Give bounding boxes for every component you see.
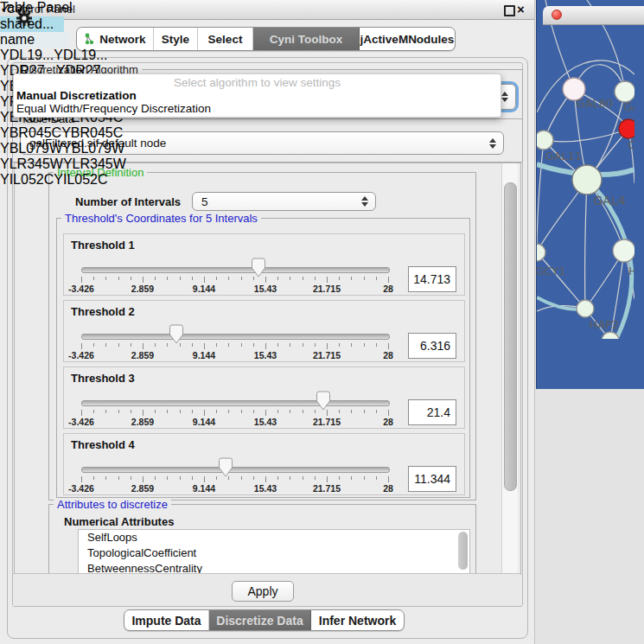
checkbox-icon[interactable]: ✓: [0, 1, 11, 16]
table-row[interactable]: YBR045CYBR045C: [0, 125, 129, 141]
numerical-attributes-list[interactable]: SelfLoopsTopologicalCoefficientBetweenne…: [78, 529, 470, 574]
threshold-panel: Threshold 3-3.4262.8599.14415.4321.71528…: [63, 367, 465, 429]
slider-tick: [364, 410, 365, 413]
network-node-hap2[interactable]: [577, 300, 594, 317]
tab-cyni-toolbox[interactable]: Cyni Toolbox: [253, 28, 360, 50]
attribute-list-item[interactable]: TopologicalCoefficient: [79, 545, 469, 561]
slider-tick: [81, 277, 82, 283]
slider-tick: [364, 343, 365, 347]
tab-impute-data[interactable]: Impute Data: [124, 610, 209, 630]
attribute-list-item[interactable]: BetweennessCentrality: [79, 561, 469, 574]
slider-tick: [253, 343, 254, 347]
table-row[interactable]: YLR345WYLR345W: [0, 156, 129, 172]
slider-tick: [105, 410, 106, 413]
slider-thumb[interactable]: [219, 457, 233, 477]
slider-tick: [241, 410, 242, 413]
slider-tick: [105, 277, 106, 280]
algorithm-dropdown-popup: Select algorithm to view settings Manual…: [13, 73, 501, 118]
attributes-scrollbar[interactable]: [458, 532, 468, 570]
network-node-c[interactable]: [619, 119, 634, 138]
slider-tick: [118, 343, 119, 347]
float-window-icon[interactable]: [504, 5, 515, 16]
network-canvas[interactable]: GAL80GACGAL11GAL4GCY1HHAP2: [537, 0, 644, 342]
slider-tick: [105, 343, 106, 347]
settings-vscrollbar-thumb[interactable]: [504, 182, 517, 491]
slider-tick: [216, 410, 217, 413]
settings-vscrollbar-track[interactable]: [501, 163, 518, 574]
slider-track[interactable]: [81, 267, 390, 273]
slider-tick: [228, 410, 229, 413]
tab-style[interactable]: Style: [154, 28, 198, 50]
slider-tick: [388, 343, 389, 349]
slider-track[interactable]: [81, 334, 390, 340]
slider-tick: [253, 476, 254, 480]
network-node-gcy1[interactable]: [537, 244, 545, 261]
table-row[interactable]: YIL052CYIL052C: [0, 172, 129, 188]
slider-tick: [105, 476, 106, 480]
slider-tick: [265, 277, 266, 283]
threshold-value-field[interactable]: 14.713: [408, 266, 456, 292]
slider-tick: [277, 277, 278, 280]
thresholds-group-title: Threshold's Coordinates for 5 Intervals: [61, 212, 261, 225]
threshold-value-field[interactable]: 11.344: [408, 466, 456, 492]
table-column-header[interactable]: name: [0, 32, 69, 48]
slider-tick: [93, 410, 94, 413]
slider-tick: [290, 277, 290, 280]
network-edge-thick[interactable]: [537, 297, 578, 309]
table-cell: YBL079W: [62, 141, 124, 156]
tab-infer-network[interactable]: Infer Network: [311, 610, 404, 630]
network-edge[interactable]: [544, 129, 628, 142]
threshold-value-field[interactable]: 6.316: [408, 333, 456, 359]
slider-axis-label: 21.715: [313, 483, 341, 494]
threshold-value-field[interactable]: 21.4: [408, 399, 456, 425]
table-cell: YIL052C: [0, 172, 54, 187]
slider-thumb[interactable]: [316, 391, 330, 411]
num-intervals-combobox[interactable]: 5: [192, 192, 376, 211]
network-node-h[interactable]: [613, 239, 634, 262]
slider-axis-label: 9.144: [193, 350, 215, 360]
dropdown-hint: Select algorithm to view settings: [14, 76, 501, 89]
slider-tick: [241, 343, 242, 347]
slider-tick: [228, 343, 229, 347]
slider-tick: [376, 410, 377, 413]
dropdown-option[interactable]: Equal Width/Frequency Discretization: [16, 102, 211, 115]
close-icon[interactable]: ×: [517, 0, 525, 19]
gear-icon[interactable]: [16, 10, 33, 27]
attribute-list-item[interactable]: SelfLoops: [79, 530, 469, 545]
network-edge[interactable]: [537, 140, 544, 252]
slider-tick: [155, 410, 156, 413]
attribute-items: SelfLoopsTopologicalCoefficientBetweenne…: [79, 530, 469, 574]
threshold-panel: Threshold 1-3.4262.8599.14415.4321.71528…: [63, 233, 465, 296]
slider-axis-label: 15.43: [254, 417, 277, 427]
slider-tick: [93, 343, 94, 347]
tab-select[interactable]: Select: [198, 28, 253, 50]
slider-track[interactable]: [81, 400, 390, 406]
slider-axis-label: 2.859: [131, 417, 154, 427]
zoom-traffic-light-icon[interactable]: [543, 10, 553, 20]
slider-tick: [303, 410, 303, 413]
slider-tick: [339, 410, 340, 413]
slider-tick: [277, 343, 278, 347]
apply-button[interactable]: Apply: [232, 581, 294, 602]
tab-jactivemnodules[interactable]: jActiveMNodules: [360, 28, 455, 50]
slider-track[interactable]: [81, 467, 390, 473]
table-row[interactable]: YBL079WYBL079W: [0, 141, 129, 156]
slider-tick: [192, 277, 193, 280]
table-row[interactable]: YDL19...YDL19...: [0, 48, 129, 63]
network-node-gal4[interactable]: [572, 165, 602, 194]
network-edge[interactable]: [585, 180, 587, 309]
slider-tick: [327, 476, 328, 482]
slider-thumb[interactable]: [169, 324, 183, 344]
slider-tick: [315, 343, 316, 347]
slider-tick: [351, 476, 352, 480]
dropdown-option[interactable]: Manual Discretization: [16, 89, 137, 102]
threshold-panel: Threshold 2-3.4262.8599.14415.4321.71528…: [63, 300, 465, 362]
network-node-gal11[interactable]: [537, 131, 553, 150]
slider-tick: [143, 410, 143, 416]
network-node-g[interactable]: [615, 81, 634, 102]
slider-axis-label: 28: [383, 350, 393, 360]
slider-tick: [192, 343, 193, 347]
slider-tick: [155, 343, 156, 347]
tab-discretize-data[interactable]: Discretize Data: [209, 610, 311, 630]
slider-thumb[interactable]: [252, 258, 265, 277]
